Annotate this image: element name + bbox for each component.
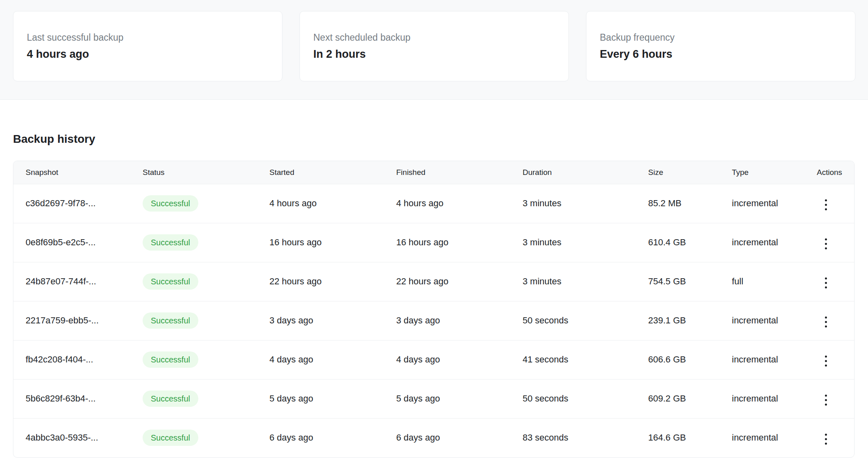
kebab-menu-icon [825,199,827,210]
status-cell: Successful [130,184,257,223]
table-row: 24b87e07-744f-... Successful 22 hours ag… [13,262,854,301]
card-value: In 2 hours [313,47,555,61]
type-cell: incremental [720,184,805,223]
status-badge: Successful [143,351,198,368]
card-backup-frequency: Backup frequency Every 6 hours [586,11,855,81]
status-cell: Successful [130,418,257,457]
duration-cell: 3 minutes [510,262,636,301]
actions-cell [805,379,854,418]
row-actions-button[interactable] [820,352,832,370]
started-cell: 5 days ago [257,379,384,418]
card-label: Next scheduled backup [313,31,555,44]
column-header-started: Started [257,161,384,184]
status-cell: Successful [130,301,257,340]
snapshot-cell: 0e8f69b5-e2c5-... [13,223,130,262]
duration-cell: 50 seconds [510,379,636,418]
card-value: 4 hours ago [27,47,269,61]
kebab-menu-icon [825,395,827,406]
snapshot-cell: 24b87e07-744f-... [13,262,130,301]
column-header-size: Size [636,161,720,184]
snapshot-cell: 2217a759-ebb5-... [13,301,130,340]
status-badge: Successful [143,391,198,407]
started-cell: 4 days ago [257,340,384,379]
main-content: Backup history Snapshot Status Started F… [0,132,868,458]
row-actions-button[interactable] [820,274,832,292]
status-badge: Successful [143,195,198,212]
status-cell: Successful [130,223,257,262]
started-cell: 6 days ago [257,418,384,457]
row-actions-button[interactable] [820,235,832,253]
actions-cell [805,223,854,262]
finished-cell: 4 hours ago [384,184,510,223]
page-title: Backup history [13,132,855,146]
started-cell: 4 hours ago [257,184,384,223]
finished-cell: 5 days ago [384,379,510,418]
row-actions-button[interactable] [820,196,832,214]
kebab-menu-icon [825,238,827,249]
actions-cell [805,301,854,340]
column-header-duration: Duration [510,161,636,184]
type-cell: incremental [720,340,805,379]
column-header-finished: Finished [384,161,510,184]
duration-cell: 3 minutes [510,223,636,262]
type-cell: incremental [720,223,805,262]
size-cell: 239.1 GB [636,301,720,340]
backup-history-table-card: Snapshot Status Started Finished Duratio… [13,161,855,458]
actions-cell [805,184,854,223]
kebab-menu-icon [825,434,827,445]
table-header-row: Snapshot Status Started Finished Duratio… [13,161,854,184]
card-label: Backup frequency [600,31,842,44]
card-next-scheduled-backup: Next scheduled backup In 2 hours [299,11,569,81]
column-header-type: Type [720,161,805,184]
type-cell: incremental [720,301,805,340]
table-row: 5b6c829f-63b4-... Successful 5 days ago … [13,379,854,418]
finished-cell: 22 hours ago [384,262,510,301]
snapshot-cell: fb42c208-f404-... [13,340,130,379]
finished-cell: 16 hours ago [384,223,510,262]
status-cell: Successful [130,340,257,379]
actions-cell [805,262,854,301]
started-cell: 3 days ago [257,301,384,340]
card-label: Last successful backup [27,31,269,44]
duration-cell: 41 seconds [510,340,636,379]
status-badge: Successful [143,234,198,251]
size-cell: 609.2 GB [636,379,720,418]
row-actions-button[interactable] [820,313,832,331]
snapshot-cell: c36d2697-9f78-... [13,184,130,223]
started-cell: 22 hours ago [257,262,384,301]
table-row: 2217a759-ebb5-... Successful 3 days ago … [13,301,854,340]
kebab-menu-icon [825,316,827,327]
table-row: 4abbc3a0-5935-... Successful 6 days ago … [13,418,854,457]
row-actions-button[interactable] [820,430,832,448]
finished-cell: 3 days ago [384,301,510,340]
started-cell: 16 hours ago [257,223,384,262]
snapshot-cell: 4abbc3a0-5935-... [13,418,130,457]
actions-cell [805,340,854,379]
column-header-status: Status [130,161,257,184]
status-badge: Successful [143,430,198,446]
status-badge: Successful [143,312,198,329]
finished-cell: 4 days ago [384,340,510,379]
card-value: Every 6 hours [600,47,842,61]
table-row: fb42c208-f404-... Successful 4 days ago … [13,340,854,379]
table-row: c36d2697-9f78-... Successful 4 hours ago… [13,184,854,223]
backup-history-table: Snapshot Status Started Finished Duratio… [13,161,854,457]
column-header-actions: Actions [805,161,854,184]
table-row: 0e8f69b5-e2c5-... Successful 16 hours ag… [13,223,854,262]
status-cell: Successful [130,379,257,418]
snapshot-cell: 5b6c829f-63b4-... [13,379,130,418]
type-cell: incremental [720,379,805,418]
duration-cell: 50 seconds [510,301,636,340]
size-cell: 610.4 GB [636,223,720,262]
status-badge: Successful [143,273,198,290]
type-cell: incremental [720,418,805,457]
type-cell: full [720,262,805,301]
summary-band: Last successful backup 4 hours ago Next … [0,0,868,100]
kebab-menu-icon [825,277,827,288]
status-cell: Successful [130,262,257,301]
row-actions-button[interactable] [820,391,832,409]
size-cell: 754.5 GB [636,262,720,301]
size-cell: 606.6 GB [636,340,720,379]
size-cell: 164.6 GB [636,418,720,457]
card-last-successful-backup: Last successful backup 4 hours ago [13,11,282,81]
